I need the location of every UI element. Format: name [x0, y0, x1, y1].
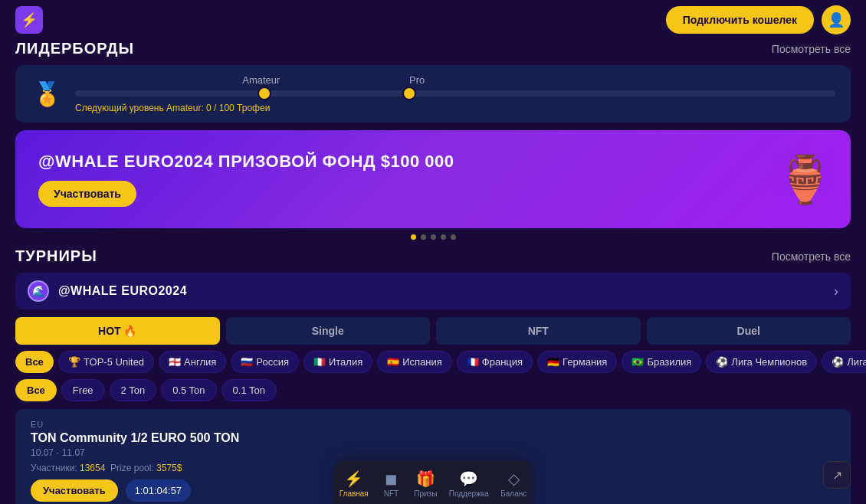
price-btn-05ton[interactable]: 0.5 Ton — [161, 379, 216, 401]
filter-tabs: HOT 🔥 Single NFT Duel — [0, 317, 866, 345]
filter-tab-hot[interactable]: HOT 🔥 — [15, 317, 220, 345]
dot-1[interactable] — [411, 234, 416, 240]
nav-label-support: Поддержка — [449, 489, 489, 498]
league-btn-spain[interactable]: 🇪🇸Испания — [377, 351, 452, 373]
amateur-dot — [258, 87, 271, 100]
logo-icon: ⚡ — [15, 6, 43, 34]
tournament-join-button[interactable]: Участвовать — [31, 479, 118, 502]
tournament-card-left: EU TON Community 1/2 EURO 500 TON 10.07 … — [31, 420, 239, 502]
league-btn-germany[interactable]: 🇩🇪Германия — [537, 351, 617, 373]
bottom-nav: ⚡ Главная ◼ NFT 🎁 Призы 💬 Поддержка ◇ Ба… — [333, 460, 533, 504]
progress-bar — [75, 90, 835, 97]
tournament-card-dates: 10.07 - 11.07 — [31, 447, 239, 458]
banner-card: @WHALE EURO2024 ПРИЗОВОЙ ФОНД $100 000 У… — [15, 130, 851, 228]
price-btn-2ton[interactable]: 2 Ton — [110, 379, 157, 401]
prizes-icon: 🎁 — [416, 470, 435, 488]
nav-label-balance: Баланс — [500, 489, 526, 498]
dot-5[interactable] — [451, 234, 456, 240]
avatar-button[interactable]: 👤 — [822, 5, 851, 34]
participate-button[interactable]: Участвовать — [38, 181, 136, 207]
nft-icon: ◼ — [385, 470, 398, 488]
balance-icon: ◇ — [508, 470, 520, 488]
leaderboards-view-all[interactable]: Посмотреть все — [772, 43, 851, 55]
banner-section: @WHALE EURO2024 ПРИЗОВОЙ ФОНД $100 000 У… — [0, 123, 866, 240]
leaderboards-title: ЛИДЕРБОРДЫ — [15, 40, 134, 57]
price-btn-free[interactable]: Free — [61, 379, 105, 401]
nav-item-support[interactable]: 💬 Поддержка — [443, 466, 494, 501]
header: ⚡ Подключить кошелек 👤 — [0, 0, 866, 40]
league-filter: Все 🏆TOP-5 United 🏴󠁧󠁢󠁥󠁮󠁧󠁿Англия 🇷🇺Россия… — [0, 351, 866, 373]
leaderboards-header: ЛИДЕРБОРДЫ Посмотреть все — [15, 40, 851, 57]
league-btn-russia[interactable]: 🇷🇺Россия — [231, 351, 299, 373]
tournament-card-badge: EU — [31, 420, 239, 429]
tournaments-section: ТУРНИРЫ Посмотреть все 🌊 @WHALE EURO2024… — [0, 240, 866, 309]
amateur-label: Amateur — [242, 74, 280, 86]
banner-title: @WHALE EURO2024 ПРИЗОВОЙ ФОНД $100 000 — [38, 152, 454, 172]
league-btn-italy[interactable]: 🇮🇹Италия — [303, 351, 372, 373]
progress-info: Следующий уровень Amateur: 0 / 100 Трофе… — [75, 103, 835, 113]
tournaments-view-all[interactable]: Посмотреть все — [772, 250, 851, 263]
price-btn-all[interactable]: Все — [15, 379, 57, 401]
filter-tab-single[interactable]: Single — [226, 317, 431, 345]
tournaments-title: ТУРНИРЫ — [15, 247, 97, 265]
avatar-icon: 👤 — [828, 11, 845, 28]
tournament-card-actions: Участвовать 1:01:04:57 — [31, 479, 239, 502]
league-btn-england[interactable]: 🏴󠁧󠁢󠁥󠁮󠁧󠁿Англия — [159, 351, 226, 373]
progress-card: 🏅 Amateur Pro Следующий уровень Amateur:… — [15, 65, 851, 123]
nav-label-nft: NFT — [384, 489, 399, 498]
header-right: Подключить кошелек 👤 — [666, 5, 851, 34]
progress-content: Amateur Pro Следующий уровень Amateur: 0… — [75, 74, 835, 113]
trophy-icon: 🏅 — [31, 78, 63, 110]
banner-image: 🏺 — [759, 130, 851, 228]
tournament-icon: 🌊 — [28, 280, 49, 302]
league-btn-top5[interactable]: 🏆TOP-5 United — [58, 351, 154, 373]
dot-4[interactable] — [441, 234, 446, 240]
league-btn-all[interactable]: Все — [15, 351, 54, 373]
nav-item-balance[interactable]: ◇ Баланс — [494, 466, 533, 501]
pro-label: Pro — [409, 74, 425, 86]
support-icon: 💬 — [459, 470, 478, 488]
league-btn-brazil[interactable]: 🇧🇷Бразилия — [622, 351, 701, 373]
nav-label-prizes: Призы — [414, 489, 437, 498]
tournament-timer: 1:01:04:57 — [126, 479, 191, 502]
nav-item-home[interactable]: ⚡ Главная — [333, 466, 374, 501]
nav-label-home: Главная — [340, 489, 369, 498]
chevron-right-icon: › — [834, 283, 838, 299]
league-btn-france[interactable]: 🇫🇷Франция — [457, 351, 533, 373]
featured-tournament-row[interactable]: 🌊 @WHALE EURO2024 › — [15, 273, 851, 309]
tournaments-header: ТУРНИРЫ Посмотреть все — [15, 247, 851, 265]
league-btn-europa[interactable]: ⚽Лига Европы — [822, 351, 866, 373]
price-filter: Все Free 2 Ton 0.5 Ton 0.1 Ton — [0, 379, 866, 401]
league-btn-champions[interactable]: ⚽Лига Чемпионов — [706, 351, 817, 373]
pro-dot — [402, 87, 416, 100]
leaderboards-section: ЛИДЕРБОРДЫ Посмотреть все 🏅 Amateur Pro … — [0, 40, 866, 123]
dot-3[interactable] — [431, 234, 436, 240]
nav-item-nft[interactable]: ◼ NFT — [374, 466, 408, 501]
banner-dots — [15, 234, 851, 240]
filter-tab-duel[interactable]: Duel — [647, 317, 851, 345]
home-icon: ⚡ — [344, 470, 363, 488]
dot-2[interactable] — [421, 234, 426, 240]
featured-tournament-name: @WHALE EURO2024 — [58, 284, 834, 298]
banner-content: @WHALE EURO2024 ПРИЗОВОЙ ФОНД $100 000 У… — [38, 152, 454, 207]
filter-tab-nft[interactable]: NFT — [436, 317, 641, 345]
tournament-card-stats: Участники: 13654 Prize pool: 3575$ — [31, 463, 239, 473]
nav-item-prizes[interactable]: 🎁 Призы — [408, 466, 443, 501]
tournament-card-title: TON Community 1/2 EURO 500 TON — [31, 431, 239, 445]
price-btn-01ton[interactable]: 0.1 Ton — [221, 379, 277, 401]
progress-levels: Amateur Pro — [75, 74, 835, 86]
connect-wallet-button[interactable]: Подключить кошелек — [666, 6, 814, 34]
share-button[interactable]: ↗ — [823, 461, 851, 489]
